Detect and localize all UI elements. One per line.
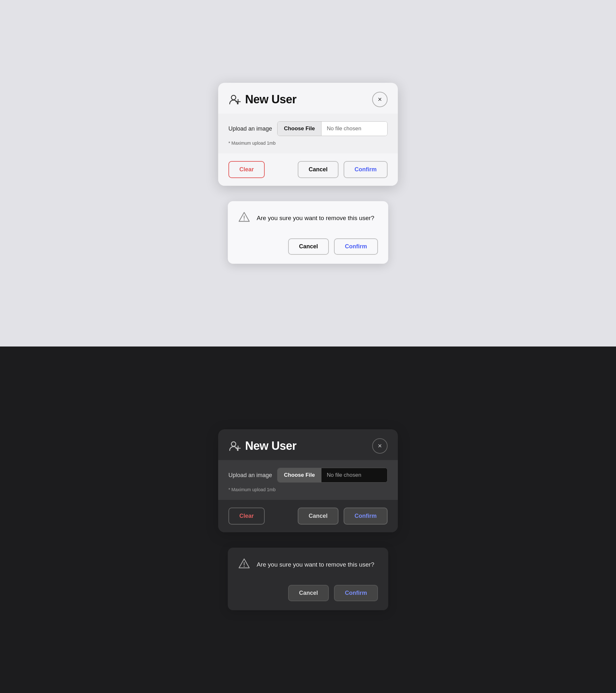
upload-label-dark: Upload an image [228,472,272,479]
svg-point-4 [244,219,245,220]
alert-body-dark: Are you sure you want to remove this use… [228,548,388,580]
modal-footer-light: Clear Cancel Confirm [218,153,398,186]
alert-confirm-button-dark[interactable]: Confirm [334,585,378,601]
max-upload-note-light: * Maximum upload 1mb [228,140,388,146]
clear-button-dark[interactable]: Clear [228,508,265,524]
new-user-modal-light: New User × Upload an image Choose File N… [218,83,398,186]
modal-header-left: New User [228,93,296,106]
cancel-button-light[interactable]: Cancel [298,161,338,178]
alert-message-dark: Are you sure you want to remove this use… [257,560,374,569]
max-upload-note-dark: * Maximum upload 1mb [228,487,388,492]
alert-cancel-button-light[interactable]: Cancel [288,238,329,255]
modal-body-light: Upload an image Choose File No file chos… [218,114,398,153]
no-file-text-dark: No file chosen [321,468,387,482]
no-file-text-light: No file chosen [321,122,387,136]
alert-body-light: Are you sure you want to remove this use… [228,201,388,233]
alert-footer-light: Cancel Confirm [228,233,388,264]
alert-footer-dark: Cancel Confirm [228,580,388,610]
svg-point-0 [231,95,236,100]
file-upload-row-light: Upload an image Choose File No file chos… [228,121,388,136]
alert-cancel-button-dark[interactable]: Cancel [288,585,329,601]
modal-footer-dark: Clear Cancel Confirm [218,500,398,532]
close-button-light[interactable]: × [372,92,388,107]
svg-point-5 [231,442,236,446]
modal-body-dark: Upload an image Choose File No file chos… [218,460,398,500]
light-section: New User × Upload an image Choose File N… [0,0,616,346]
alert-dialog-dark: Are you sure you want to remove this use… [228,548,388,610]
alert-message-light: Are you sure you want to remove this use… [257,214,374,223]
file-input-wrapper-light: Choose File No file chosen [277,121,388,136]
confirm-button-dark[interactable]: Confirm [344,508,388,524]
choose-file-button-dark[interactable]: Choose File [278,468,321,482]
cancel-button-dark[interactable]: Cancel [298,508,338,524]
clear-button-light[interactable]: Clear [228,161,265,178]
modal-header-light: New User × [218,83,398,114]
modal-header-left-dark: New User [228,439,296,453]
confirm-button-light[interactable]: Confirm [344,161,388,178]
alert-confirm-button-light[interactable]: Confirm [334,238,378,255]
file-upload-row-dark: Upload an image Choose File No file chos… [228,468,388,482]
user-plus-icon-dark [228,439,241,452]
modal-title-dark: New User [245,439,296,453]
svg-point-9 [244,566,245,567]
upload-label-light: Upload an image [228,125,272,132]
warning-icon-light [238,211,250,225]
warning-icon-dark [238,557,250,572]
alert-dialog-light: Are you sure you want to remove this use… [228,201,388,264]
user-plus-icon-light [228,93,241,106]
modal-header-dark: New User × [218,429,398,460]
file-input-wrapper-dark: Choose File No file chosen [277,468,388,482]
choose-file-button-light[interactable]: Choose File [278,122,321,136]
new-user-modal-dark: New User × Upload an image Choose File N… [218,429,398,532]
close-button-dark[interactable]: × [372,438,388,454]
modal-title-light: New User [245,93,296,106]
dark-section: New User × Upload an image Choose File N… [0,346,616,693]
